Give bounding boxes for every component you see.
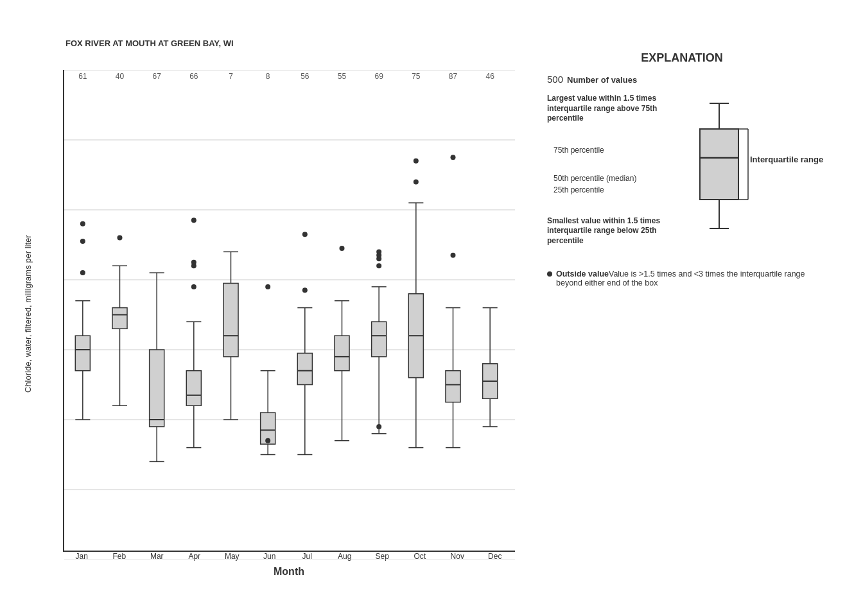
- svg-text:87: 87: [449, 72, 458, 81]
- svg-point-59: [191, 218, 196, 223]
- svg-rect-64: [223, 283, 238, 356]
- chart-with-axes: 0102030405060706140676678565569758746 Ja…: [37, 51, 521, 578]
- svg-text:67: 67: [152, 72, 161, 81]
- svg-rect-48: [150, 350, 164, 427]
- svg-point-73: [265, 438, 270, 443]
- svg-rect-32: [75, 336, 90, 371]
- outside-value-section: Outside valueValue is >1.5 times and <3 …: [547, 270, 817, 287]
- svg-point-115: [451, 253, 456, 258]
- svg-rect-124: [700, 129, 738, 200]
- legend-largest-label: Largest value within 1.5 times interquar…: [547, 94, 682, 124]
- chart-area: FOX RIVER AT MOUTH AT GREEN BAY, WI Chlo…: [21, 38, 521, 578]
- outside-bold-label: Outside value: [556, 270, 609, 278]
- svg-rect-41: [112, 308, 127, 329]
- svg-rect-54: [186, 371, 201, 406]
- svg-rect-78: [297, 353, 312, 384]
- svg-point-81: [302, 232, 308, 237]
- svg-point-99: [376, 249, 381, 254]
- legend-p75-label: 75th percentile: [554, 146, 682, 155]
- svg-point-56: [191, 284, 196, 289]
- svg-point-95: [376, 424, 381, 429]
- svg-point-88: [340, 246, 345, 251]
- legend-p50-label: 50th percentile (median): [554, 174, 682, 183]
- outside-dot-icon: [547, 271, 552, 277]
- svg-point-96: [376, 263, 381, 268]
- svg-point-36: [80, 239, 85, 244]
- legend-box-diagram: Interquartile range: [687, 94, 764, 263]
- legend-title: EXPLANATION: [547, 51, 817, 65]
- legend-interquartile-label: Interquartile range: [750, 155, 823, 166]
- legend-p25-label: 25th percentile: [554, 185, 682, 194]
- legend-nvalue-number: 500: [547, 74, 563, 85]
- svg-point-34: [80, 270, 85, 275]
- svg-text:66: 66: [189, 72, 198, 81]
- svg-text:8: 8: [266, 72, 270, 81]
- svg-point-106: [414, 158, 419, 164]
- chart-title: FOX RIVER AT MOUTH AT GREEN BAY, WI: [65, 38, 521, 48]
- svg-point-43: [118, 235, 123, 241]
- plot-area: 0102030405060706140676678565569758746: [63, 70, 515, 552]
- svg-text:75: 75: [412, 72, 421, 81]
- page-container: FOX RIVER AT MOUTH AT GREEN BAY, WI Chlo…: [21, 26, 842, 590]
- svg-rect-112: [446, 371, 460, 402]
- chart-inner: Chloride, water, filtered, milligrams pe…: [21, 51, 521, 578]
- svg-text:56: 56: [301, 72, 309, 81]
- y-axis-label: Chloride, water, filtered, milligrams pe…: [21, 51, 35, 578]
- svg-point-114: [451, 155, 456, 160]
- svg-rect-93: [372, 321, 387, 357]
- legend-left-labels: Largest value within 1.5 times interquar…: [547, 94, 682, 246]
- legend-nvalue-label: Number of values: [567, 75, 637, 85]
- legend-nvalues: 500 Number of values: [547, 74, 817, 85]
- svg-text:55: 55: [338, 72, 347, 81]
- x-axis-title: Month: [63, 566, 515, 578]
- svg-rect-86: [335, 336, 349, 371]
- legend-area: EXPLANATION 500 Number of values Largest…: [521, 38, 817, 287]
- legend-smallest-label: Smallest value within 1.5 times interqua…: [547, 216, 682, 246]
- svg-text:69: 69: [374, 72, 383, 81]
- outside-text: Outside valueValue is >1.5 times and <3 …: [556, 270, 817, 287]
- legend-box-section: Largest value within 1.5 times interquar…: [547, 94, 817, 263]
- svg-point-72: [265, 284, 270, 289]
- svg-text:61: 61: [78, 72, 87, 81]
- svg-point-35: [80, 221, 85, 227]
- svg-point-107: [414, 179, 419, 184]
- svg-point-80: [302, 287, 308, 293]
- svg-text:40: 40: [116, 72, 125, 81]
- svg-point-58: [191, 260, 196, 265]
- svg-text:7: 7: [229, 72, 233, 81]
- svg-text:46: 46: [485, 72, 494, 81]
- legend-box-svg: [687, 94, 764, 261]
